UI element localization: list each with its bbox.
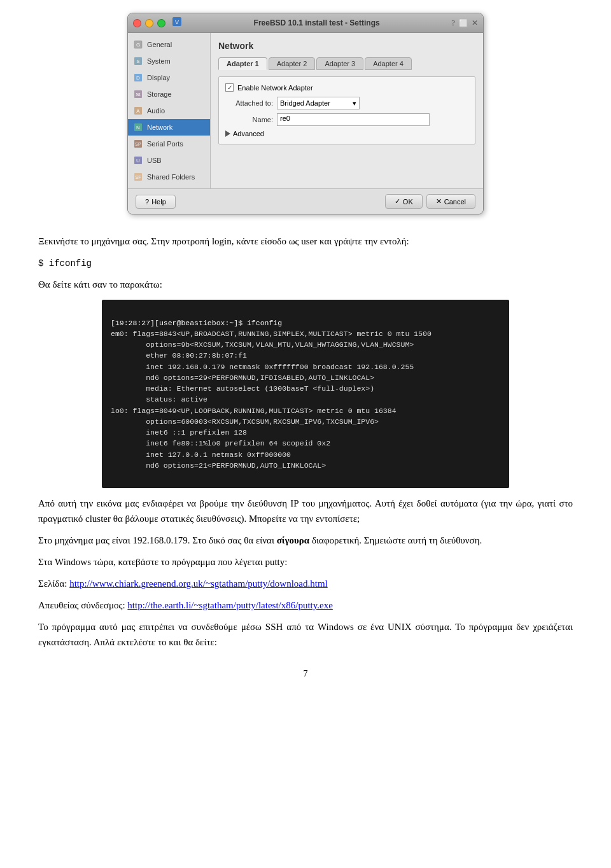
svg-text:V: V xyxy=(175,19,179,25)
paragraph-5-link: Σελίδα: http://www.chiark.greenend.org.u… xyxy=(38,576,573,591)
maximize-btn[interactable] xyxy=(157,19,165,27)
ok-icon: ✓ xyxy=(395,197,400,206)
system-icon: S xyxy=(133,56,143,66)
titlebar-left: V xyxy=(133,17,182,29)
resize-icon: ⬜ xyxy=(459,19,468,27)
section-title: Network xyxy=(218,41,475,51)
sidebar-item-usb[interactable]: U USB xyxy=(128,152,210,169)
sidebar-item-shared-folders[interactable]: SF Shared Folders xyxy=(128,169,210,185)
tab-adapter4[interactable]: Adapter 4 xyxy=(365,57,412,70)
help-button[interactable]: ? Help xyxy=(136,195,176,209)
footer-right-buttons: ✓ OK ✕ Cancel xyxy=(385,194,475,209)
terminal-line-13: nd6 options=21<PERFORMNUD,AUTO_LINKLOCAL… xyxy=(111,461,326,470)
sidebar-item-general[interactable]: G General xyxy=(128,36,210,53)
name-label: Name: xyxy=(225,116,273,123)
sidebar-label-shared-folders: Shared Folders xyxy=(147,173,195,181)
terminal-line-2: options=9b<RXCSUM,TXCSUM,VLAN_MTU,VLAN_H… xyxy=(111,340,414,349)
vbox-settings-dialog: V FreeBSD 10.1 install test - Settings ?… xyxy=(127,13,484,214)
paragraph-7: Το πρόγραμμα αυτό μας επιτρέπει να συνδε… xyxy=(38,619,573,650)
gear-icon: G xyxy=(133,39,143,50)
terminal-line-7: status: active xyxy=(111,395,207,403)
svg-text:SF: SF xyxy=(136,175,141,179)
svg-text:G: G xyxy=(136,42,140,48)
paragraph-3: Από αυτή την εικόνα μας ενδιαφέρει να βρ… xyxy=(38,496,573,526)
name-row: Name: re0 xyxy=(225,113,468,126)
terminal-line-1: em0: flags=8843<UP,BROADCAST,RUNNING,SIM… xyxy=(111,330,432,338)
dialog-footer: ? Help ✓ OK ✕ Cancel xyxy=(128,188,483,214)
terminal-output: [19:28:27][user@beastiebox:~]$ ifconfig … xyxy=(102,300,509,488)
svg-text:St: St xyxy=(136,92,141,97)
help-btn-icon: ? xyxy=(145,198,149,206)
tab-adapter2[interactable]: Adapter 2 xyxy=(269,57,316,70)
enable-adapter-row: Enable Network Adapter xyxy=(225,83,468,92)
folder-icon: SF xyxy=(133,172,143,182)
sidebar-label-network: Network xyxy=(147,123,172,131)
advanced-toggle[interactable]: Advanced xyxy=(225,130,468,137)
advanced-label: Advanced xyxy=(233,130,264,137)
putty-download-link[interactable]: http://www.chiark.greenend.org.uk/~sgtat… xyxy=(69,578,328,589)
adapter-tabs: Adapter 1 Adapter 2 Adapter 3 Adapter 4 xyxy=(218,57,475,70)
svg-text:A: A xyxy=(136,108,140,114)
close-icon[interactable]: ✕ xyxy=(472,18,478,28)
terminal-line-12: inet 127.0.0.1 netmask 0xff000000 xyxy=(111,451,291,459)
terminal-line-0: [19:28:27][user@beastiebox:~]$ ifconfig xyxy=(111,319,282,327)
audio-icon: A xyxy=(133,106,143,116)
terminal-line-3: ether 08:00:27:8b:07:f1 xyxy=(111,351,247,360)
sidebar-label-audio: Audio xyxy=(147,107,165,115)
sidebar-item-storage[interactable]: St Storage xyxy=(128,86,210,102)
dialog-title: FreeBSD 10.1 install test - Settings xyxy=(254,18,380,27)
help-icon[interactable]: ? xyxy=(451,18,455,28)
dialog-body: G General S System D Display St S xyxy=(128,33,483,188)
svg-text:D: D xyxy=(136,75,140,81)
triangle-icon xyxy=(225,130,230,137)
app-icon: V xyxy=(172,17,182,29)
dropdown-arrow-icon: ▾ xyxy=(353,99,356,108)
terminal-line-6: media: Ethernet autoselect (1000baseT <f… xyxy=(111,384,374,393)
sidebar-label-general: General xyxy=(147,41,172,48)
serial-icon: SP xyxy=(133,139,143,149)
terminal-line-8: lo0: flags=8049<UP,LOOPBACK,RUNNING,MULT… xyxy=(111,407,397,415)
sidebar-item-system[interactable]: S System xyxy=(128,53,210,69)
titlebar-right: ? ⬜ ✕ xyxy=(451,18,478,28)
terminal-line-5: nd6 options=29<PERFORMNUD,IFDISABLED,AUT… xyxy=(111,374,374,382)
paragraph-5: Στα Windows τώρα, κατεβάστε το πρόγραμμα… xyxy=(38,554,573,570)
paragraph-6-link: Απευθείας σύνδεσμος: http://the.earth.li… xyxy=(38,598,573,613)
tab-adapter3[interactable]: Adapter 3 xyxy=(316,57,363,70)
cancel-button[interactable]: ✕ Cancel xyxy=(426,194,475,209)
page-content: Ξεκινήστε το μηχάνημα σας. Στην προτροπή… xyxy=(38,234,573,679)
usb-icon: U xyxy=(133,155,143,165)
display-icon: D xyxy=(133,73,143,83)
storage-icon: St xyxy=(133,89,143,99)
terminal-line-4: inet 192.168.0.179 netmask 0xffffff00 br… xyxy=(111,363,414,371)
sidebar-item-audio[interactable]: A Audio xyxy=(128,102,210,119)
attached-to-row: Attached to: Bridged Adapter ▾ xyxy=(225,97,468,109)
network-icon: N xyxy=(133,122,143,132)
sidebar-item-network[interactable]: N Network xyxy=(128,119,210,136)
attached-to-select[interactable]: Bridged Adapter ▾ xyxy=(277,97,360,109)
sidebar-label-serial-ports: Serial Ports xyxy=(147,140,183,148)
sidebar-label-storage: Storage xyxy=(147,90,172,98)
command-line: $ ifconfig xyxy=(38,255,573,270)
name-input[interactable]: re0 xyxy=(277,113,430,126)
titlebar: V FreeBSD 10.1 install test - Settings ?… xyxy=(128,13,483,33)
ok-button[interactable]: ✓ OK xyxy=(385,194,423,209)
putty-direct-link[interactable]: http://the.earth.li/~sgtatham/putty/late… xyxy=(127,600,333,610)
close-btn[interactable] xyxy=(133,19,141,27)
enable-adapter-checkbox[interactable] xyxy=(225,83,234,92)
sidebar-label-usb: USB xyxy=(147,157,162,164)
sidebar-label-display: Display xyxy=(147,74,170,81)
main-panel: Network Adapter 1 Adapter 2 Adapter 3 Ad… xyxy=(211,33,483,188)
paragraph-1: Ξεκινήστε το μηχάνημα σας. Στην προτροπή… xyxy=(38,234,573,249)
svg-text:U: U xyxy=(136,158,140,164)
enable-adapter-label: Enable Network Adapter xyxy=(237,84,313,92)
sidebar-item-serial-ports[interactable]: SP Serial Ports xyxy=(128,136,210,152)
paragraph-2: Θα δείτε κάτι σαν το παρακάτω: xyxy=(38,277,573,292)
cancel-icon: ✕ xyxy=(436,197,442,206)
svg-text:N: N xyxy=(136,125,140,130)
tab-adapter1[interactable]: Adapter 1 xyxy=(218,57,267,70)
terminal-line-11: inet6 fe80::1%lo0 prefixlen 64 scopeid 0… xyxy=(111,439,330,447)
page-number: 7 xyxy=(38,669,573,679)
sidebar-label-system: System xyxy=(147,57,171,65)
sidebar-item-display[interactable]: D Display xyxy=(128,69,210,86)
minimize-btn[interactable] xyxy=(145,19,153,27)
